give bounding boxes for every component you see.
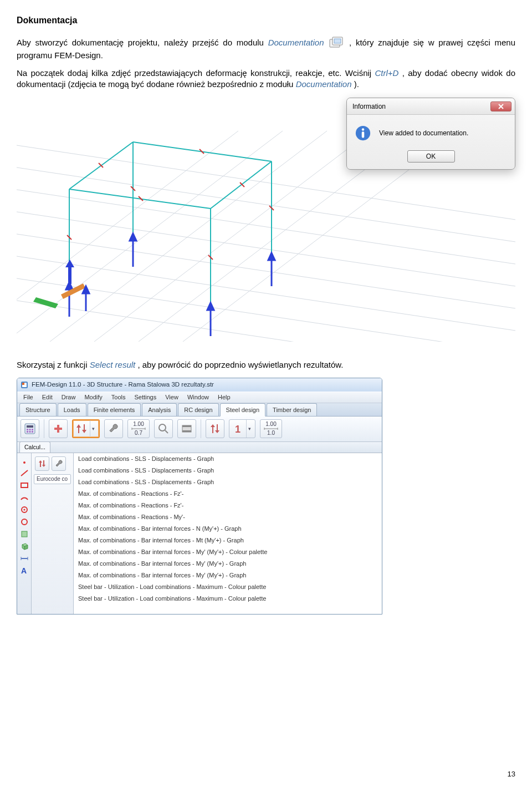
svg-line-82 bbox=[21, 470, 28, 476]
green-cube-icon[interactable] bbox=[20, 542, 29, 551]
menu-window[interactable]: Window bbox=[183, 392, 213, 403]
svg-marker-90 bbox=[24, 545, 28, 550]
menubar[interactable]: File Edit Draw Modify Tools Settings Vie… bbox=[17, 392, 382, 403]
svg-marker-42 bbox=[61, 283, 85, 299]
p2-a: Na początek dodaj kilka zdjęć przedstawi… bbox=[17, 68, 375, 78]
dropdown-item[interactable]: Steel bar - Utilization - Load combinati… bbox=[74, 593, 382, 605]
dropdown-item[interactable]: Max. of combinations - Reactions - Fz'- bbox=[74, 488, 382, 500]
dropdown-item[interactable]: Max. of combinations - Bar internal forc… bbox=[74, 535, 382, 546]
svg-point-85 bbox=[23, 509, 25, 510]
paragraph-1: Aby stworzyć dokumentację projektu, nale… bbox=[17, 37, 515, 61]
svg-rect-64 bbox=[54, 428, 62, 430]
svg-marker-95 bbox=[39, 460, 42, 467]
result-dropdown[interactable]: Load combinations - SLS - Displacements … bbox=[74, 453, 382, 614]
menu-settings[interactable]: Settings bbox=[130, 392, 160, 403]
small-wrench-icon bbox=[54, 459, 63, 468]
dropdown-item[interactable]: Max. of combinations - Bar internal forc… bbox=[74, 558, 382, 570]
scale-display-1[interactable]: 1.00 0.7 bbox=[127, 419, 150, 438]
twin-arrows-button[interactable] bbox=[206, 419, 224, 438]
tab-finite[interactable]: Finite elements bbox=[88, 403, 141, 416]
tab-loads[interactable]: Loads bbox=[58, 403, 86, 416]
dropdown-item[interactable]: Max. of combinations - Bar internal forc… bbox=[74, 570, 382, 581]
dropdown-caret-icon[interactable]: ▾ bbox=[246, 420, 253, 438]
dropdown-item[interactable]: Max. of combinations - Bar internal forc… bbox=[74, 523, 382, 535]
arc-icon[interactable] bbox=[20, 493, 29, 502]
svg-point-70 bbox=[159, 424, 166, 431]
app-icon bbox=[21, 381, 28, 389]
zoom-button[interactable] bbox=[154, 419, 173, 438]
dropdown-item[interactable]: Steel bar - Utilization - Load combinati… bbox=[74, 581, 382, 593]
p3-a: Skorzystaj z funkcji bbox=[17, 360, 90, 369]
svg-marker-76 bbox=[215, 424, 219, 433]
close-icon bbox=[498, 104, 504, 109]
number-one-button[interactable]: 1 ▾ bbox=[229, 419, 255, 438]
number-one-icon: 1 bbox=[232, 423, 244, 435]
toolbar-separator bbox=[44, 419, 44, 438]
menu-file[interactable]: File bbox=[19, 392, 37, 403]
dropdown-item[interactable]: Max. of combinations - Reactions - Fz'- bbox=[74, 500, 382, 511]
wrench-icon bbox=[108, 423, 119, 434]
rect-icon[interactable] bbox=[20, 481, 29, 490]
svg-rect-59 bbox=[32, 429, 33, 430]
dropdown-item[interactable]: Load combinations - SLS - Displacements … bbox=[74, 465, 382, 476]
left-tool-strip: A bbox=[17, 453, 32, 614]
svg-rect-62 bbox=[32, 431, 33, 433]
close-button[interactable] bbox=[490, 101, 511, 111]
p2-term: Ctrl+D bbox=[375, 68, 399, 78]
svg-marker-36 bbox=[268, 253, 275, 260]
mid-arrows-button[interactable] bbox=[35, 456, 49, 471]
circle-point-icon[interactable] bbox=[20, 505, 29, 514]
sub-tab-row: Calcul... bbox=[17, 442, 382, 453]
svg-marker-96 bbox=[42, 460, 45, 467]
svg-rect-51 bbox=[362, 132, 365, 138]
small-arrows-icon bbox=[38, 459, 47, 468]
dropdown-item[interactable]: Load combinations - SLS - Displacements … bbox=[74, 453, 382, 465]
tab-steel-design[interactable]: Steel design bbox=[220, 403, 266, 417]
select-result-button[interactable]: ▾ bbox=[72, 419, 100, 438]
menu-edit[interactable]: Edit bbox=[38, 392, 57, 403]
svg-text:1: 1 bbox=[235, 424, 241, 435]
menu-modify[interactable]: Modify bbox=[80, 392, 106, 403]
film-button[interactable] bbox=[177, 419, 196, 438]
figure-3d-structure: Information View added to documentation.… bbox=[17, 98, 515, 342]
mid-wrench-button[interactable] bbox=[52, 456, 66, 471]
dropdown-caret-icon[interactable]: ▾ bbox=[90, 420, 96, 437]
tab-rc-design[interactable]: RC design bbox=[178, 403, 218, 416]
svg-rect-74 bbox=[182, 430, 191, 432]
p2-c: ). bbox=[354, 79, 359, 89]
p3-b: , aby powrócić do poprzednio wyświetlany… bbox=[137, 360, 343, 369]
dropdown-item[interactable]: Load combinations - SLS - Displacements … bbox=[74, 476, 382, 488]
documentation-icon bbox=[328, 37, 345, 50]
green-rect-icon[interactable] bbox=[20, 530, 29, 539]
ok-button[interactable]: OK bbox=[407, 150, 455, 163]
calculator-button[interactable] bbox=[21, 419, 39, 438]
mid-panel: Eurocode co bbox=[32, 453, 74, 614]
section-heading: Dokumentacja bbox=[17, 14, 515, 27]
dropdown-item[interactable]: Max. of combinations - Bar internal forc… bbox=[74, 546, 382, 558]
line-icon[interactable] bbox=[20, 469, 29, 478]
arrows-icon bbox=[75, 423, 88, 435]
dropdown-item[interactable]: Max. of combinations - Reactions - My'- bbox=[74, 511, 382, 523]
twin-arrows-icon bbox=[209, 423, 221, 434]
sub-tab-calcul[interactable]: Calcul... bbox=[19, 441, 50, 452]
tab-analysis[interactable]: Analysis bbox=[142, 403, 177, 416]
dot-icon[interactable] bbox=[20, 456, 29, 465]
scale-display-2[interactable]: 1.00 1.0 bbox=[260, 419, 282, 438]
wrench-button[interactable] bbox=[104, 419, 123, 438]
circle-icon[interactable] bbox=[20, 517, 29, 526]
eurocode-selector[interactable]: Eurocode co bbox=[34, 474, 71, 484]
dim-icon[interactable] bbox=[20, 554, 29, 563]
p1-term: Documentation bbox=[268, 38, 324, 47]
menu-help[interactable]: Help bbox=[214, 392, 234, 403]
menu-draw[interactable]: Draw bbox=[58, 392, 80, 403]
svg-point-50 bbox=[362, 129, 365, 131]
tab-timber-design[interactable]: Timber design bbox=[267, 403, 317, 416]
menu-view[interactable]: View bbox=[161, 392, 182, 403]
tab-structure[interactable]: Structure bbox=[19, 403, 57, 416]
menu-tools[interactable]: Tools bbox=[108, 392, 130, 403]
svg-rect-83 bbox=[21, 483, 28, 488]
svg-rect-2 bbox=[334, 39, 341, 43]
text-a-icon[interactable]: A bbox=[20, 566, 29, 575]
toolbar-separator bbox=[201, 419, 201, 438]
plus-button[interactable] bbox=[49, 419, 68, 438]
